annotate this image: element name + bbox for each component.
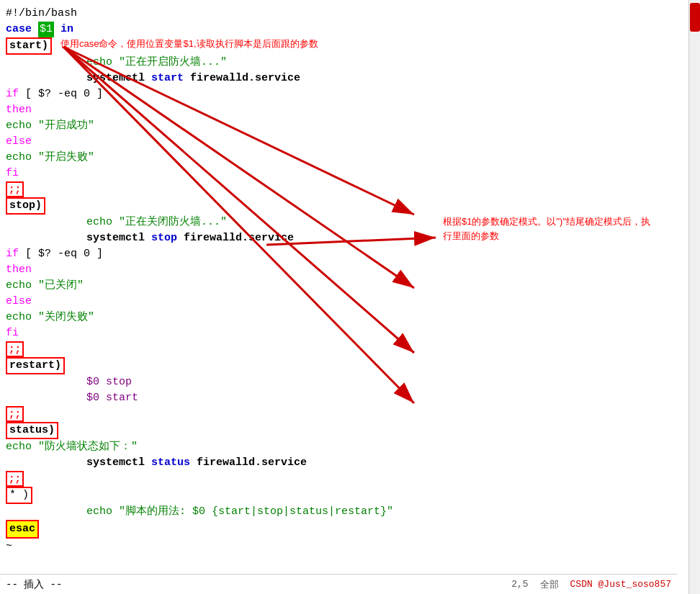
restart-stop-text: $0 stop — [86, 374, 132, 390]
in-keyword: in — [54, 22, 73, 37]
stop-label: stop) — [6, 197, 45, 215]
systemctl-status-text: systemctl status firewalld.service — [86, 455, 307, 471]
then-keyword-1: then — [6, 102, 32, 118]
csdn-watermark: CSDN @Just_soso857 — [570, 579, 671, 590]
scrollbar[interactable] — [688, 0, 700, 594]
else-keyword-2: else — [6, 294, 32, 310]
else-line-2: else — [6, 294, 688, 310]
fi-line-2: fi — [6, 325, 688, 341]
then-keyword-2: then — [6, 262, 32, 278]
semicolons-line-4: ;; — [6, 471, 688, 487]
status-label: status) — [6, 422, 58, 439]
status-line: status) — [6, 422, 688, 439]
fi-line-1: fi — [6, 166, 688, 181]
semicolons-line-1: ;; — [6, 181, 688, 197]
echo-stop-text: echo "正在关闭防火墙..." — [86, 215, 227, 230]
restart-line: restart) — [6, 357, 688, 374]
semicolons-3: ;; — [6, 406, 24, 422]
bottom-right: 2,5 全部 CSDN @Just_soso857 — [511, 578, 671, 591]
else-keyword-1: else — [6, 134, 32, 150]
echo-success-text: echo "开启成功" — [6, 118, 94, 134]
tilde-text: ~ — [6, 539, 12, 554]
systemctl-status-line: systemctl status firewalld.service — [6, 455, 688, 471]
then-line-1: then — [6, 102, 688, 118]
pattern-annotation: 根据$1的参数确定模式。以")"结尾确定模式后，执行里面的参数 — [443, 215, 659, 243]
if-line-1: if [ $? -eq 0 ] — [6, 86, 688, 102]
restart-stop-line: $0 stop — [6, 374, 688, 390]
echo-success-line: echo "开启成功" — [6, 118, 688, 134]
esac-line: esac — [6, 520, 688, 539]
restart-label: restart) — [6, 357, 65, 374]
echo-fail-text-2: echo "关闭失败" — [6, 310, 94, 325]
insert-mode: -- 插入 -- — [6, 578, 511, 591]
bottom-bar: -- 插入 -- 2,5 全部 CSDN @Just_soso857 — [0, 574, 677, 594]
echo-closed-text: echo "已关闭" — [6, 278, 84, 294]
shebang-line: #!/bin/bash — [6, 6, 688, 22]
star-label: * ) — [6, 487, 32, 504]
start-line: start) 使用case命令，使用位置变量$1,读取执行脚本是后面跟的参数 — [6, 37, 688, 55]
fi-keyword-1: fi — [6, 166, 19, 181]
systemctl-start-line: systemctl start firewalld.service — [6, 71, 688, 86]
semicolons-line-3: ;; — [6, 406, 688, 422]
echo-start-text: echo "正在开启防火墙..." — [86, 55, 227, 71]
echo-status-text: echo "防火墙状态如下：" — [6, 439, 138, 455]
fi-keyword-2: fi — [6, 325, 19, 341]
shebang-text: #!/bin/bash — [6, 6, 77, 22]
semicolons-1: ;; — [6, 181, 24, 197]
if-keyword-1: if — [6, 86, 19, 102]
semicolons-line-2: ;; — [6, 341, 688, 357]
scrollbar-thumb[interactable] — [690, 3, 700, 32]
star-line: * ) — [6, 487, 688, 504]
esac-label: esac — [6, 520, 39, 539]
echo-usage-line: echo "脚本的用法: $0 {start|stop|status|resta… — [6, 504, 688, 520]
systemctl-start-text: systemctl start firewalld.service — [86, 71, 300, 86]
restart-start-text: $0 start — [86, 390, 138, 406]
tilde-line: ~ — [6, 539, 688, 554]
if-keyword-2: if — [6, 246, 19, 262]
echo-start-line: echo "正在开启防火墙..." — [6, 55, 688, 71]
systemctl-stop-text: systemctl stop firewalld.service — [86, 230, 294, 246]
view-mode: 全部 — [540, 578, 559, 591]
echo-fail-text-1: echo "开启失败" — [6, 150, 94, 166]
else-line-1: else — [6, 134, 688, 150]
echo-fail-line-1: echo "开启失败" — [6, 150, 688, 166]
case-keyword: case — [6, 22, 38, 37]
if-line-2: if [ $? -eq 0 ] — [6, 246, 688, 262]
start-label: start) — [6, 37, 52, 55]
cursor-pos: 2,5 — [511, 579, 528, 590]
then-line-2: then — [6, 262, 688, 278]
echo-fail-line-2: echo "关闭失败" — [6, 310, 688, 325]
stop-line: stop) — [6, 197, 688, 215]
semicolons-4: ;; — [6, 471, 24, 487]
restart-start-line: $0 start — [6, 390, 688, 406]
echo-closed-line: echo "已关闭" — [6, 278, 688, 294]
echo-usage-text: echo "脚本的用法: $0 {start|stop|status|resta… — [86, 504, 393, 520]
semicolons-2: ;; — [6, 341, 24, 357]
var-1: $1 — [38, 22, 54, 37]
start-comment: 使用case命令，使用位置变量$1,读取执行脚本是后面跟的参数 — [60, 37, 318, 50]
case-line: case $1 in — [6, 22, 688, 37]
echo-status-line: echo "防火墙状态如下：" — [6, 439, 688, 455]
